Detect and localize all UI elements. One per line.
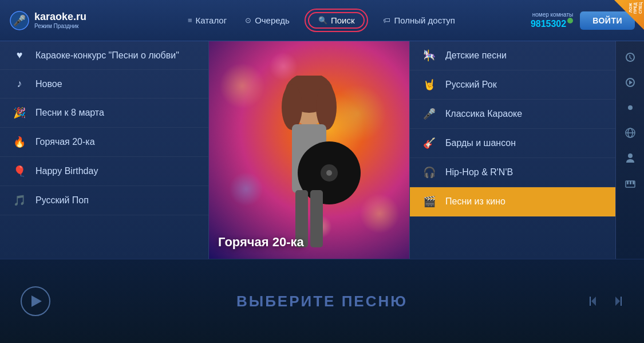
search-icon: 🔍 — [318, 16, 327, 25]
cinema-label: Песни из кино — [445, 196, 505, 207]
kids-label: Детские песни — [445, 50, 507, 61]
hot20-icon: 🔥 — [11, 136, 27, 148]
queue-label: Очередь — [255, 15, 290, 25]
woman-figure — [240, 76, 378, 259]
play-button[interactable] — [21, 286, 50, 316]
birthday-label: Happy Birthday — [35, 166, 98, 176]
play-icon — [31, 295, 42, 307]
svg-point-5 — [316, 84, 337, 130]
contest-label: Караоке-конкурс "Песни о любви" — [35, 50, 179, 61]
contest-icon: ♥ — [11, 49, 27, 61]
menu-item-contest[interactable]: ♥ Караоке-конкурс "Песни о любви" — [0, 41, 208, 70]
svg-point-9 — [326, 170, 332, 176]
special-offer-text: СПЕЦПРЕДЛОЖ — [629, 2, 643, 14]
expand-button[interactable] — [588, 294, 623, 308]
russian-pop-icon: 🎵 — [11, 194, 27, 207]
image-label: Горячая 20-ка — [218, 235, 304, 250]
bard-icon: 🎸 — [421, 137, 437, 149]
room-number: 9815302 — [531, 19, 573, 29]
hiphop-icon: 🎧 — [421, 166, 437, 179]
russian-pop-label: Русский Поп — [35, 195, 89, 206]
catalog-icon: ≡ — [188, 16, 192, 25]
menu-item-russian-pop[interactable]: 🎵 Русский Поп — [0, 186, 208, 215]
svg-rect-11 — [310, 190, 323, 247]
expand-icon-right — [610, 294, 623, 308]
nav-search[interactable]: 🔍 Поиск — [308, 12, 365, 29]
nav-catalog[interactable]: ≡ Каталог — [188, 15, 227, 25]
march-icon: 🎉 — [11, 107, 27, 119]
kids-icon: 🎠 — [421, 49, 437, 62]
bard-label: Барды и шансон — [445, 138, 516, 148]
rock-icon: 🤘 — [421, 78, 437, 91]
side-icon-globe[interactable] — [620, 123, 641, 143]
side-icon-piano[interactable] — [620, 173, 641, 194]
svg-rect-19 — [630, 181, 631, 184]
side-icon-person[interactable] — [620, 148, 641, 168]
menu-item-new[interactable]: ♪ Новое — [0, 70, 208, 98]
svg-text:🎤: 🎤 — [13, 14, 26, 27]
cat-item-kids[interactable]: 🎠 Детские песни — [410, 41, 615, 70]
svg-rect-18 — [627, 181, 629, 184]
march-label: Песни к 8 марта — [35, 108, 104, 118]
menu-item-march[interactable]: 🎉 Песни к 8 марта — [0, 98, 208, 128]
menu-item-hot20[interactable]: 🔥 Горячая 20-ка — [0, 128, 208, 157]
header: 🎤 karaoke.ru Режим Праздник ≡ Каталог ⊙ … — [0, 0, 644, 41]
right-categories: 🎠 Детские песни 🤘 Русский Рок 🎤 Классика… — [409, 41, 615, 259]
classic-label: Классика Караоке — [445, 109, 522, 119]
catalog-label: Каталог — [196, 15, 227, 25]
search-label: Поиск — [331, 15, 355, 25]
hot20-label: Горячая 20-ка — [35, 137, 95, 147]
nav-full-access[interactable]: 🏷 Полный доступ — [383, 15, 455, 25]
queue-icon: ⊙ — [245, 16, 251, 25]
full-access-label: Полный доступ — [394, 15, 455, 25]
new-icon: ♪ — [11, 78, 27, 90]
cinema-icon: 🎬 — [421, 195, 437, 208]
right-area: номер комнаты 9815302 ВОЙТИ — [531, 11, 635, 30]
full-access-icon: 🏷 — [383, 16, 390, 25]
cat-item-hiphop[interactable]: 🎧 Hip-Hop & R'N'B — [410, 158, 615, 187]
center-image[interactable]: Горячая 20-ка — [209, 41, 409, 259]
cat-item-classic[interactable]: 🎤 Классика Караоке — [410, 100, 615, 129]
hiphop-label: Hip-Hop & R'N'B — [445, 167, 513, 178]
logo-icon: 🎤 — [9, 10, 30, 31]
cat-item-rock[interactable]: 🤘 Русский Рок — [410, 70, 615, 100]
left-sidebar: ♥ Караоке-конкурс "Песни о любви" ♪ Ново… — [0, 41, 209, 259]
cat-item-cinema[interactable]: 🎬 Песни из кино — [410, 187, 615, 216]
nav-area: ≡ Каталог ⊙ Очередь 🔍 Поиск 🏷 Полный дос… — [112, 12, 531, 29]
classic-icon: 🎤 — [421, 108, 437, 120]
side-icon-2[interactable] — [620, 72, 641, 93]
birthday-icon: 🎈 — [11, 165, 27, 178]
bottom-text: ВЫБЕРИТЕ ПЕСНЮ — [236, 293, 408, 310]
svg-point-12 — [628, 105, 633, 110]
room-number-block: номер комнаты 9815302 — [531, 11, 573, 29]
svg-point-16 — [628, 153, 633, 158]
svg-rect-20 — [633, 181, 634, 184]
expand-icon-left — [588, 294, 602, 308]
side-icon-1[interactable] — [620, 47, 641, 68]
new-label: Новое — [35, 79, 62, 89]
room-label: номер комнаты — [531, 11, 573, 18]
far-right-icons — [615, 41, 644, 259]
logo-sub-text: Режим Праздник — [34, 23, 86, 29]
main-content: ♥ Караоке-конкурс "Песни о любви" ♪ Ново… — [0, 41, 644, 259]
logo-main-text: karaoke.ru — [34, 11, 86, 23]
bottom-bar: ВЫБЕРИТЕ ПЕСНЮ — [0, 259, 644, 343]
menu-item-birthday[interactable]: 🎈 Happy Birthday — [0, 157, 208, 186]
cat-item-bard[interactable]: 🎸 Барды и шансон — [410, 129, 615, 158]
rock-label: Русский Рок — [445, 80, 497, 90]
login-button[interactable]: ВОЙТИ — [580, 11, 635, 30]
nav-queue[interactable]: ⊙ Очередь — [245, 15, 290, 25]
logo-area[interactable]: 🎤 karaoke.ru Режим Праздник — [9, 10, 89, 31]
svg-point-4 — [282, 84, 302, 130]
online-dot — [567, 18, 573, 23]
side-icon-3[interactable] — [620, 97, 641, 118]
logo-text-block: karaoke.ru Режим Праздник — [34, 11, 86, 29]
